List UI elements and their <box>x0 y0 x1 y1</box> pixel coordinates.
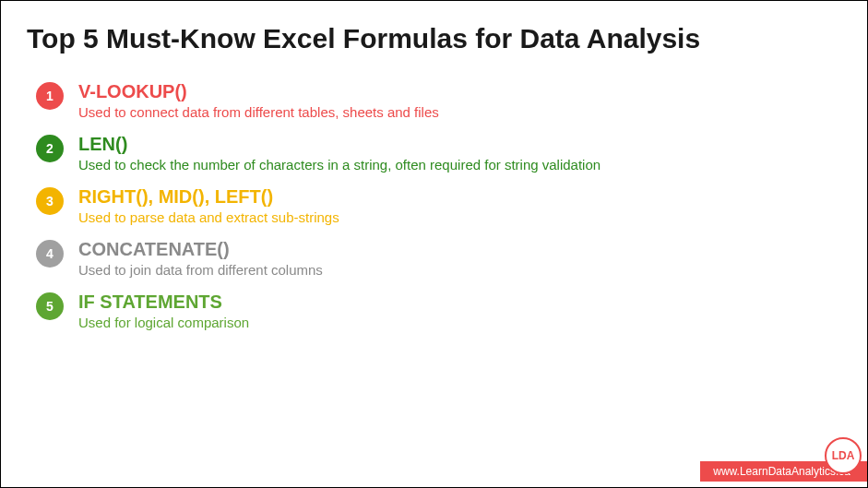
formula-heading: IF STATEMENTS <box>78 291 249 313</box>
formula-heading: CONCATENATE() <box>78 238 323 260</box>
rank-badge: 3 <box>36 187 64 215</box>
rank-badge: 2 <box>36 135 64 162</box>
list-item: 4 CONCATENATE() Used to join data from d… <box>36 238 841 278</box>
list-item: 2 LEN() Used to check the number of char… <box>36 133 841 173</box>
formula-heading: LEN() <box>78 133 600 155</box>
rank-badge: 5 <box>36 292 64 320</box>
formula-list: 1 V-LOOKUP() Used to connect data from d… <box>36 80 841 330</box>
list-item: 1 V-LOOKUP() Used to connect data from d… <box>36 80 841 120</box>
rank-badge: 1 <box>36 82 64 110</box>
formula-desc: Used for logical comparison <box>78 315 249 330</box>
formula-desc: Used to join data from different columns <box>78 262 323 278</box>
rank-badge: 4 <box>36 240 64 268</box>
formula-heading: V-LOOKUP() <box>78 80 439 102</box>
list-item: 3 RIGHT(), MID(), LEFT() Used to parse d… <box>36 185 841 225</box>
page-title: Top 5 Must-Know Excel Formulas for Data … <box>27 23 841 54</box>
formula-desc: Used to parse data and extract sub-strin… <box>78 209 339 225</box>
formula-desc: Used to check the number of characters i… <box>78 157 600 173</box>
formula-heading: RIGHT(), MID(), LEFT() <box>78 185 339 208</box>
logo-badge: LDA <box>825 437 862 474</box>
list-item: 5 IF STATEMENTS Used for logical compari… <box>36 291 841 330</box>
formula-desc: Used to connect data from different tabl… <box>78 104 439 120</box>
